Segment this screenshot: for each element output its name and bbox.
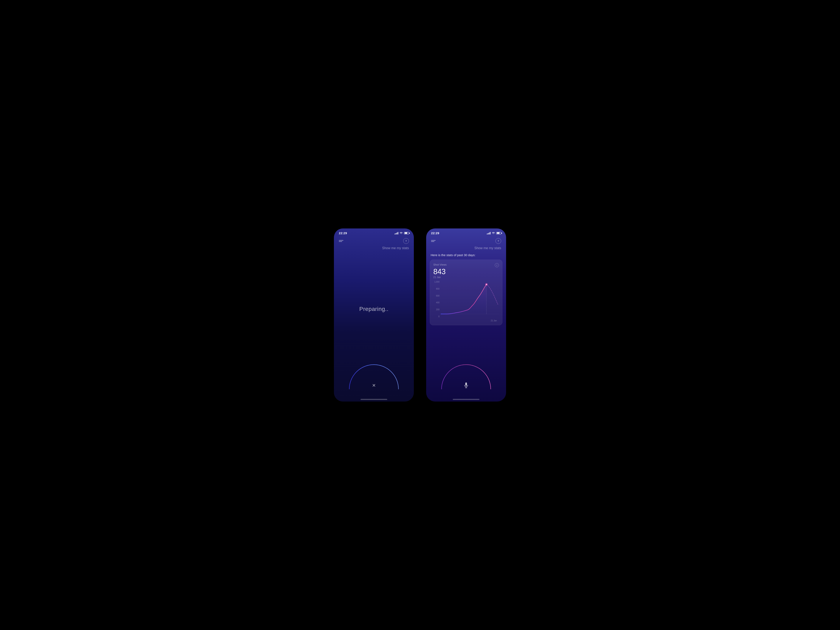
status-icons-left <box>395 232 409 234</box>
stats-card: Shot Views i 843 21 Jan 1,000 800 600 40… <box>430 260 502 325</box>
battery-icon-right <box>496 232 501 234</box>
status-time-right: 22:29 <box>431 231 439 235</box>
left-phone: 22:29 ? Show me my stats Preparin <box>334 228 414 402</box>
chart-svg <box>441 281 499 318</box>
help-icon-right[interactable]: ? <box>496 238 501 244</box>
wifi-icon-right <box>492 232 495 234</box>
chart-svg-container <box>441 281 499 318</box>
battery-icon-left <box>404 232 409 234</box>
info-icon[interactable]: i <box>495 263 499 267</box>
voice-query-right: Show me my stats <box>426 246 506 253</box>
card-header: Shot Views i <box>433 263 499 267</box>
help-icon-left[interactable]: ? <box>403 238 409 244</box>
signal-icon-right <box>487 232 491 234</box>
voice-query-left: Show me my stats <box>334 246 414 253</box>
stats-intro: Here is the stats of past 30 days: <box>430 253 502 257</box>
menu-icon-right[interactable] <box>431 240 436 242</box>
y-label-800: 800 <box>433 288 441 290</box>
close-button-left[interactable]: ✕ <box>372 383 376 388</box>
card-value: 843 <box>433 268 499 275</box>
status-time-left: 22:29 <box>339 231 347 235</box>
bottom-area-right <box>426 365 506 402</box>
home-indicator-right <box>453 399 480 400</box>
y-label-400: 400 <box>433 301 441 304</box>
y-label-600: 600 <box>433 295 441 297</box>
bottom-area-left: ✕ <box>334 365 414 402</box>
y-label-0: 0 <box>433 315 441 318</box>
menu-icon-left[interactable] <box>339 240 343 242</box>
svg-rect-5 <box>465 383 467 386</box>
mic-button-right[interactable] <box>463 383 469 388</box>
preparing-text: Preparing.. <box>359 306 388 312</box>
home-indicator-left <box>360 399 387 400</box>
y-label-1000: 1,000 <box>433 281 441 283</box>
wifi-icon-left <box>399 232 403 234</box>
card-date: 21 Jan <box>433 276 499 279</box>
chart-x-label: 21 Jan <box>491 320 497 322</box>
signal-icon-left <box>395 232 398 234</box>
status-bar-right: 22:29 <box>426 228 506 236</box>
mic-icon <box>463 383 469 388</box>
card-label: Shot Views <box>433 263 447 266</box>
y-label-200: 200 <box>433 309 441 311</box>
top-bar-right: ? <box>426 236 506 246</box>
stats-chart: 1,000 800 600 400 200 0 <box>433 281 499 322</box>
chart-y-labels: 1,000 800 600 400 200 0 <box>433 281 441 318</box>
svg-point-4 <box>486 284 487 285</box>
right-phone: 22:29 ? Show me my stats Here is <box>426 228 506 402</box>
top-bar-left: ? <box>334 236 414 246</box>
status-icons-right <box>487 232 501 234</box>
close-icon: ✕ <box>372 383 376 388</box>
status-bar-left: 22:29 <box>334 228 414 236</box>
